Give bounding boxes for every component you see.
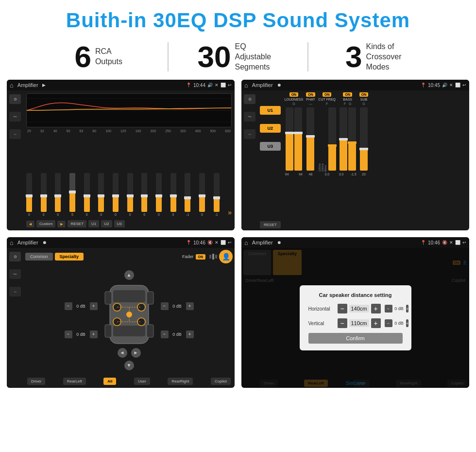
user-btn[interactable]: User — [134, 378, 150, 385]
phat-slider[interactable] — [306, 107, 314, 171]
u3-btn[interactable]: U3 — [260, 142, 281, 151]
loudness-vals: 6464 — [285, 173, 303, 176]
bass-slider-1[interactable] — [340, 107, 347, 171]
distance-home-icon[interactable]: ⌂ — [244, 239, 248, 246]
driver-btn[interactable]: Driver — [27, 378, 45, 385]
freq-125: 125 — [120, 129, 126, 133]
eq-reset-btn[interactable]: RESET — [68, 220, 86, 227]
crossover-sidebar-wave-icon[interactable]: 〜 — [244, 112, 255, 122]
down-arrow-btn[interactable]: ▼ — [124, 361, 134, 370]
freq-32: 32 — [40, 129, 44, 133]
h-db-plus-btn[interactable]: + — [406, 305, 409, 313]
right-bottom-plus-btn[interactable]: + — [186, 330, 194, 338]
eq-slider-0[interactable]: 0 — [26, 173, 32, 216]
phat-on[interactable]: ON — [306, 92, 315, 97]
v-db-minus-btn[interactable]: − — [385, 319, 392, 327]
eq-slider-3[interactable]: 5 — [69, 173, 75, 216]
right-arrow-btn[interactable]: ► — [131, 348, 141, 358]
left-arrow-btn[interactable]: ◄ — [118, 348, 127, 358]
eq-sidebar-arrow-icon[interactable]: ↔ — [9, 129, 21, 139]
eq-u2-btn[interactable]: U2 — [101, 220, 112, 227]
left-bottom-minus-btn[interactable]: − — [65, 330, 72, 338]
fader-sidebar-wave-icon[interactable]: 〜 — [9, 269, 21, 279]
eq-slider-10[interactable]: 0 — [170, 173, 176, 216]
horizontal-minus-btn[interactable]: − — [338, 304, 347, 313]
right-top-minus-btn[interactable]: − — [161, 302, 169, 310]
eq-u1-btn[interactable]: U1 — [88, 220, 99, 227]
h-db-minus-btn[interactable]: − — [385, 305, 392, 313]
crossover-sidebar-sliders-icon[interactable]: ⚙ — [244, 94, 255, 104]
eq-slider-5[interactable]: 0 — [98, 173, 104, 216]
bass-slider-2[interactable] — [348, 107, 356, 171]
fader-window-icon: ⬜ — [221, 240, 226, 245]
v-db-plus-btn[interactable]: + — [406, 319, 409, 327]
distance-dialog-overlay: Car speaker distance setting Horizontal … — [241, 248, 469, 388]
fader-sidebar-sliders-icon[interactable]: ⚙ — [9, 252, 21, 261]
spacer — [65, 313, 98, 328]
crossover-reset-btn[interactable]: RESET — [260, 221, 281, 228]
left-top-minus-btn[interactable]: − — [65, 302, 72, 310]
sub-on[interactable]: ON — [359, 92, 369, 97]
specialty-tab[interactable]: Specialty — [55, 253, 84, 261]
phat-val: 48 — [309, 173, 313, 176]
vertical-label: Vertical — [308, 321, 338, 326]
confirm-btn[interactable]: Confirm — [308, 333, 403, 344]
freq-100: 100 — [105, 129, 111, 133]
left-bottom-plus-btn[interactable]: + — [90, 330, 98, 338]
freq-160: 160 — [136, 129, 141, 133]
up-arrow-btn[interactable]: ▲ — [124, 270, 134, 280]
loudness-on[interactable]: ON — [289, 92, 299, 97]
eq-sidebar-sliders-icon[interactable]: ⚙ — [9, 94, 21, 104]
horizontal-plus-btn[interactable]: + — [371, 304, 381, 313]
distance-rec-icon: ⏺ — [277, 240, 281, 245]
right-bottom-minus-btn[interactable]: − — [161, 330, 169, 338]
eq-time: 10:44 — [193, 83, 205, 88]
bass-on[interactable]: ON — [343, 92, 352, 97]
eq-slider-7[interactable]: 0 — [127, 173, 133, 216]
fader-x-icon: ✕ — [215, 240, 219, 245]
eq-next-btn[interactable]: ► — [57, 221, 66, 227]
rear-right-btn[interactable]: RearRight — [168, 378, 193, 385]
eq-slider-8[interactable]: 0 — [141, 173, 147, 216]
u1-btn[interactable]: U1 — [260, 106, 281, 115]
crossover-home-icon[interactable]: ⌂ — [244, 82, 248, 89]
eq-slider-12[interactable]: 0 — [199, 173, 205, 216]
fader-on-toggle[interactable]: ON — [196, 254, 206, 260]
eq-slider-9[interactable]: 0 — [156, 173, 162, 216]
right-top-plus-btn[interactable]: + — [186, 302, 194, 310]
eq-expand-icon[interactable]: » — [228, 209, 232, 216]
eq-sliders: 0 0 0 5 0 — [26, 135, 232, 217]
rear-left-btn[interactable]: RearLeft — [63, 378, 86, 385]
eq-slider-1[interactable]: 0 — [41, 173, 47, 216]
eq-slider-6[interactable]: 0 — [113, 173, 119, 216]
svg-rect-6 — [105, 292, 112, 304]
freq-630: 630 — [225, 129, 231, 133]
eq-slider-2[interactable]: 0 — [55, 173, 61, 216]
loudness-slider-1[interactable] — [286, 107, 293, 171]
phat-col: ON PHAT — 48 — [306, 92, 315, 228]
loudness-slider-2[interactable] — [294, 107, 302, 171]
u2-btn[interactable]: U2 — [260, 124, 281, 133]
eq-sidebar-wave-icon[interactable]: 〜 — [9, 112, 21, 122]
vertical-minus-btn[interactable]: − — [338, 318, 347, 328]
cutfreq-on[interactable]: ON — [323, 92, 332, 97]
eq-u3-btn[interactable]: U3 — [114, 220, 125, 227]
fader-sidebar-arrow-icon[interactable]: ↔ — [9, 287, 21, 296]
eq-x-icon: ✕ — [215, 83, 219, 87]
all-btn[interactable]: All — [103, 378, 116, 385]
crossover-status-icons: 📍 10:45 🔊 ✕ ⬜ ↩ — [421, 83, 466, 88]
copilot-btn[interactable]: Copilot — [211, 378, 231, 385]
sub-slider[interactable] — [360, 107, 368, 171]
eq-slider-13[interactable]: -1 — [214, 173, 220, 216]
eq-prev-btn[interactable]: ◄ — [26, 221, 34, 227]
eq-slider-4[interactable]: 0 — [84, 173, 90, 216]
eq-slider-11[interactable]: -1 — [185, 173, 190, 216]
cutfreq-slider[interactable] — [328, 107, 336, 171]
distance-x-icon: ✕ — [449, 240, 453, 245]
crossover-sidebar-arrow-icon[interactable]: ↔ — [244, 129, 255, 139]
eq-home-icon[interactable]: ⌂ — [10, 82, 14, 89]
common-tab[interactable]: Common — [25, 253, 53, 261]
vertical-plus-btn[interactable]: + — [371, 318, 381, 328]
fader-home-icon[interactable]: ⌂ — [10, 239, 14, 246]
left-top-plus-btn[interactable]: + — [90, 302, 98, 310]
